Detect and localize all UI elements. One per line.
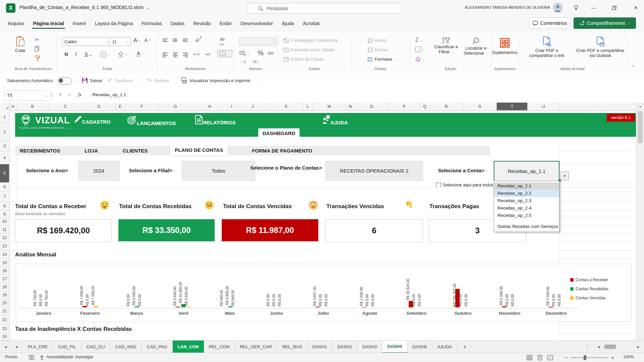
subtab-clientes[interactable]: CLIENTES bbox=[118, 146, 152, 155]
column-header-s[interactable]: S bbox=[463, 103, 497, 110]
filter-plano-select[interactable]: RECEITAS OPERACIONAIS 2 bbox=[325, 161, 423, 181]
align-left-button[interactable] bbox=[163, 52, 168, 58]
cut-button[interactable]: ✂⌄ bbox=[35, 37, 43, 43]
sheet-tab-dash3[interactable]: DASH3 bbox=[357, 341, 382, 353]
menu-tab-layout-da-pa-gina[interactable]: Layout da Página bbox=[91, 18, 137, 29]
column-header-m[interactable]: M bbox=[313, 103, 346, 110]
dropdown-item-receitas-op-2-5[interactable]: Receitas_op_2.5 bbox=[494, 212, 559, 219]
sheet-tab-cad-pag[interactable]: CAD_PAG bbox=[142, 341, 173, 353]
fill-color-button[interactable]: ⌄ bbox=[118, 51, 128, 57]
menu-tab-revisa-o[interactable]: Revisão bbox=[189, 18, 215, 29]
minimize-button[interactable]: — bbox=[588, 3, 599, 13]
sheet-tab-rel-ger-car[interactable]: REL_GER_CAR bbox=[235, 341, 277, 353]
cell-styles-button[interactable]: Estilos de Célula⌄ bbox=[283, 57, 328, 62]
underline-button[interactable]: S⌄ bbox=[85, 51, 92, 57]
name-box[interactable]: T5⌄ bbox=[4, 90, 51, 101]
sheet-tab-cad-cli[interactable]: CAD_CLI bbox=[82, 341, 110, 353]
column-header-k[interactable]: K bbox=[270, 103, 303, 110]
column-header-t[interactable]: T bbox=[497, 103, 528, 110]
avatar[interactable] bbox=[553, 3, 563, 13]
increase-decimal-button[interactable]: .00→ bbox=[252, 60, 260, 64]
menu-tab-desenvolvedor[interactable]: Desenvolvedor bbox=[236, 18, 277, 29]
clear-button[interactable]: ⌄ bbox=[415, 57, 425, 61]
comments-button[interactable]: Comentários bbox=[529, 17, 570, 29]
sheet-tab-dash5[interactable]: DASH5 bbox=[408, 341, 432, 353]
italic-button[interactable]: I bbox=[75, 51, 77, 57]
undo-button[interactable]: Desfazer bbox=[115, 78, 133, 83]
column-header-b[interactable]: B bbox=[17, 103, 49, 110]
sheet-tab-dash2[interactable]: DASH2 bbox=[332, 341, 357, 353]
delete-cells-button[interactable]: Excluir⌄ bbox=[367, 47, 395, 52]
sheet-tab-pla-cre[interactable]: PLA_CRE bbox=[23, 341, 53, 353]
column-header-u[interactable]: U bbox=[528, 103, 559, 110]
conditional-formatting-button[interactable]: Formatação Condicional⌄ bbox=[283, 38, 342, 43]
subtab-plano-de-contas[interactable]: PLANO DE CONTAS bbox=[170, 144, 228, 156]
fx-icon[interactable]: fx bbox=[78, 92, 82, 98]
document-title[interactable]: Planilha_de_Contas_a_Receber_6.1 365_MOD… bbox=[19, 5, 149, 10]
formula-bar-options-icon[interactable]: ⋮ bbox=[50, 92, 54, 97]
nav-item-dashboard[interactable]: DASHBOARD bbox=[258, 128, 300, 138]
collapse-ribbon-button[interactable]: ˅ bbox=[632, 64, 634, 68]
number-format-select[interactable]: ⌄ bbox=[239, 37, 277, 46]
align-right-button[interactable] bbox=[183, 52, 188, 58]
menu-tab-ajuda[interactable]: Ajuda bbox=[277, 18, 299, 29]
borders-button[interactable]: ⌄ bbox=[101, 52, 110, 57]
save-button[interactable] bbox=[82, 77, 88, 84]
merge-center-button[interactable]: ⌄ bbox=[217, 50, 232, 57]
accessibility-status[interactable]: Acessibilidade: investigar bbox=[46, 355, 93, 359]
cancel-entry-icon[interactable]: ✕ bbox=[58, 92, 62, 97]
sheet-tab-rel-bus[interactable]: REL_BUS bbox=[277, 341, 307, 353]
copy-button[interactable]: ⌄ bbox=[35, 46, 44, 52]
normal-view-icon[interactable] bbox=[527, 355, 532, 360]
percent-button[interactable]: % bbox=[258, 49, 264, 57]
increase-indent-button[interactable]: ⇥≡ bbox=[205, 52, 210, 57]
subtab-forma-de-pagamento[interactable]: FORMA DE PAGAMENTO bbox=[247, 146, 317, 155]
macro-record-icon[interactable] bbox=[29, 355, 34, 361]
menu-tab-dados[interactable]: Dados bbox=[166, 18, 189, 29]
menu-tab-acrobat[interactable]: Acrobat bbox=[299, 18, 324, 29]
column-header-h[interactable]: H bbox=[192, 103, 227, 110]
menu-tab-inserir[interactable]: Inserir bbox=[68, 18, 91, 29]
align-bottom-button[interactable] bbox=[183, 38, 188, 43]
sheet-nav-right-icon[interactable]: ► bbox=[11, 341, 23, 353]
column-header-r[interactable]: R bbox=[430, 103, 463, 110]
dropdown-item-receitas-op-2-2[interactable]: Receitas_op_2.2 bbox=[494, 190, 559, 197]
insert-cells-button[interactable]: Inserir⌄ bbox=[367, 38, 396, 43]
column-header-f[interactable]: F bbox=[125, 103, 159, 110]
font-size-select[interactable]: 11⌄ bbox=[110, 37, 131, 46]
format-cells-button[interactable]: Formatar⌄ bbox=[367, 57, 397, 62]
zoom-in-button[interactable]: + bbox=[611, 355, 614, 360]
font-color-button[interactable]: A⌄ bbox=[137, 51, 144, 57]
sheet-tab-lan-con[interactable]: LAN_CON bbox=[173, 341, 204, 353]
column-header-d[interactable]: D bbox=[82, 103, 116, 110]
vertical-scrollbar[interactable]: ▲ bbox=[636, 103, 644, 340]
filter-conta-select[interactable]: Receitas_op_1.1 bbox=[494, 161, 559, 181]
quickbar-chevron-icon[interactable]: ⌄ bbox=[260, 79, 263, 84]
sort-filter-button[interactable]: AZ Classificar e Filtrar ⌄ bbox=[433, 37, 460, 55]
menu-tab-pa-gina-inicial[interactable]: Página Inicial bbox=[29, 18, 68, 29]
format-as-table-button[interactable]: Formatar como Tabela⌄ bbox=[283, 47, 339, 52]
menu-tab-arquivo[interactable]: Arquivo bbox=[3, 18, 29, 29]
format-painter-button[interactable] bbox=[35, 55, 40, 61]
conta-dropdown-arrow[interactable]: ▼ bbox=[560, 171, 569, 180]
filter-filial-select[interactable]: Todos bbox=[182, 161, 255, 181]
dropdown-item-receitas-op-2-1[interactable]: Receitas_op_2.1 bbox=[494, 182, 559, 190]
column-header-g[interactable]: G bbox=[159, 103, 192, 110]
save-label[interactable]: Salvar bbox=[90, 78, 102, 83]
font-dialog-launcher-icon[interactable]: ⌟ bbox=[152, 66, 153, 70]
filter-ano-select[interactable]: 2024 bbox=[78, 161, 119, 181]
accounting-format-button[interactable]: ⌄ bbox=[239, 51, 250, 56]
sheet-tab-dash4[interactable]: DASH4 bbox=[382, 341, 408, 353]
select-all-corner[interactable] bbox=[0, 103, 10, 110]
decrease-decimal-button[interactable]: ←.0 bbox=[239, 60, 246, 64]
comma-style-button[interactable]: 000 bbox=[268, 51, 274, 55]
bold-button[interactable]: N bbox=[64, 51, 68, 57]
column-header-q[interactable]: Q bbox=[420, 103, 430, 110]
page-break-view-icon[interactable] bbox=[547, 355, 553, 360]
sheet-nav-left-icon[interactable]: ◄ bbox=[0, 341, 11, 353]
create-pdf-outlook-button[interactable]: Criar PDF e compartilhar via Outlook bbox=[574, 37, 627, 58]
zoom-slider[interactable] bbox=[570, 357, 608, 358]
column-header-a[interactable]: A bbox=[9, 103, 17, 110]
clipboard-dialog-launcher-icon[interactable]: ⌟ bbox=[51, 66, 53, 70]
subtab-loja[interactable]: LOJA bbox=[80, 146, 103, 155]
